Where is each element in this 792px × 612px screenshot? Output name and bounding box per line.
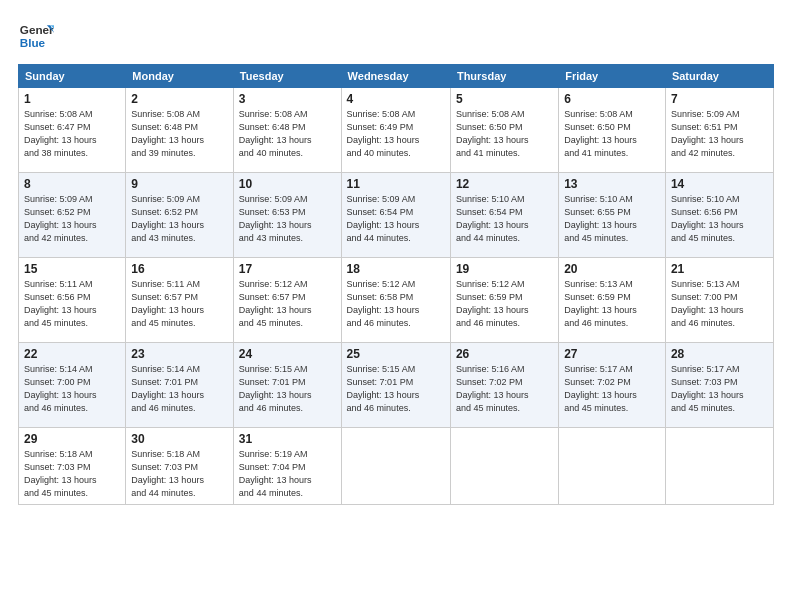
day-number: 6 [564,92,660,106]
day-number: 26 [456,347,553,361]
table-cell: 19Sunrise: 5:12 AM Sunset: 6:59 PM Dayli… [450,258,558,343]
day-number: 4 [347,92,445,106]
table-cell: 12Sunrise: 5:10 AM Sunset: 6:54 PM Dayli… [450,173,558,258]
day-number: 18 [347,262,445,276]
day-number: 10 [239,177,336,191]
day-number: 17 [239,262,336,276]
table-cell: 21Sunrise: 5:13 AM Sunset: 7:00 PM Dayli… [665,258,773,343]
day-info: Sunrise: 5:09 AM Sunset: 6:52 PM Dayligh… [24,193,120,245]
day-number: 29 [24,432,120,446]
col-wednesday: Wednesday [341,65,450,88]
day-number: 13 [564,177,660,191]
day-info: Sunrise: 5:08 AM Sunset: 6:47 PM Dayligh… [24,108,120,160]
day-info: Sunrise: 5:16 AM Sunset: 7:02 PM Dayligh… [456,363,553,415]
table-cell: 7Sunrise: 5:09 AM Sunset: 6:51 PM Daylig… [665,88,773,173]
day-info: Sunrise: 5:09 AM Sunset: 6:53 PM Dayligh… [239,193,336,245]
day-info: Sunrise: 5:11 AM Sunset: 6:56 PM Dayligh… [24,278,120,330]
day-number: 30 [131,432,228,446]
day-info: Sunrise: 5:10 AM Sunset: 6:54 PM Dayligh… [456,193,553,245]
day-number: 23 [131,347,228,361]
day-info: Sunrise: 5:08 AM Sunset: 6:48 PM Dayligh… [239,108,336,160]
day-info: Sunrise: 5:13 AM Sunset: 7:00 PM Dayligh… [671,278,768,330]
table-cell: 6Sunrise: 5:08 AM Sunset: 6:50 PM Daylig… [559,88,666,173]
day-info: Sunrise: 5:11 AM Sunset: 6:57 PM Dayligh… [131,278,228,330]
logo-icon: General Blue [18,18,54,54]
table-cell: 31Sunrise: 5:19 AM Sunset: 7:04 PM Dayli… [233,428,341,505]
table-cell: 16Sunrise: 5:11 AM Sunset: 6:57 PM Dayli… [126,258,234,343]
col-sunday: Sunday [19,65,126,88]
calendar-table: Sunday Monday Tuesday Wednesday Thursday… [18,64,774,505]
day-number: 25 [347,347,445,361]
col-saturday: Saturday [665,65,773,88]
day-number: 11 [347,177,445,191]
day-info: Sunrise: 5:08 AM Sunset: 6:49 PM Dayligh… [347,108,445,160]
table-cell: 30Sunrise: 5:18 AM Sunset: 7:03 PM Dayli… [126,428,234,505]
table-cell: 23Sunrise: 5:14 AM Sunset: 7:01 PM Dayli… [126,343,234,428]
col-friday: Friday [559,65,666,88]
table-cell [341,428,450,505]
day-info: Sunrise: 5:18 AM Sunset: 7:03 PM Dayligh… [24,448,120,500]
day-number: 19 [456,262,553,276]
day-number: 28 [671,347,768,361]
day-number: 12 [456,177,553,191]
day-info: Sunrise: 5:17 AM Sunset: 7:03 PM Dayligh… [671,363,768,415]
table-cell: 20Sunrise: 5:13 AM Sunset: 6:59 PM Dayli… [559,258,666,343]
table-cell: 27Sunrise: 5:17 AM Sunset: 7:02 PM Dayli… [559,343,666,428]
day-info: Sunrise: 5:19 AM Sunset: 7:04 PM Dayligh… [239,448,336,500]
day-number: 22 [24,347,120,361]
table-cell: 25Sunrise: 5:15 AM Sunset: 7:01 PM Dayli… [341,343,450,428]
table-cell: 3Sunrise: 5:08 AM Sunset: 6:48 PM Daylig… [233,88,341,173]
day-info: Sunrise: 5:10 AM Sunset: 6:56 PM Dayligh… [671,193,768,245]
table-cell: 29Sunrise: 5:18 AM Sunset: 7:03 PM Dayli… [19,428,126,505]
day-number: 1 [24,92,120,106]
table-cell: 8Sunrise: 5:09 AM Sunset: 6:52 PM Daylig… [19,173,126,258]
calendar-header-row: Sunday Monday Tuesday Wednesday Thursday… [19,65,774,88]
day-info: Sunrise: 5:12 AM Sunset: 6:57 PM Dayligh… [239,278,336,330]
table-cell: 4Sunrise: 5:08 AM Sunset: 6:49 PM Daylig… [341,88,450,173]
table-cell: 14Sunrise: 5:10 AM Sunset: 6:56 PM Dayli… [665,173,773,258]
svg-text:General: General [20,23,54,36]
day-number: 8 [24,177,120,191]
day-number: 20 [564,262,660,276]
day-number: 5 [456,92,553,106]
table-cell: 5Sunrise: 5:08 AM Sunset: 6:50 PM Daylig… [450,88,558,173]
day-info: Sunrise: 5:14 AM Sunset: 7:01 PM Dayligh… [131,363,228,415]
day-number: 27 [564,347,660,361]
day-info: Sunrise: 5:08 AM Sunset: 6:50 PM Dayligh… [564,108,660,160]
day-info: Sunrise: 5:09 AM Sunset: 6:54 PM Dayligh… [347,193,445,245]
table-cell: 18Sunrise: 5:12 AM Sunset: 6:58 PM Dayli… [341,258,450,343]
table-cell [559,428,666,505]
table-cell: 9Sunrise: 5:09 AM Sunset: 6:52 PM Daylig… [126,173,234,258]
table-cell [665,428,773,505]
day-number: 15 [24,262,120,276]
table-cell: 15Sunrise: 5:11 AM Sunset: 6:56 PM Dayli… [19,258,126,343]
table-cell: 1Sunrise: 5:08 AM Sunset: 6:47 PM Daylig… [19,88,126,173]
day-number: 31 [239,432,336,446]
table-cell: 28Sunrise: 5:17 AM Sunset: 7:03 PM Dayli… [665,343,773,428]
day-number: 3 [239,92,336,106]
day-info: Sunrise: 5:15 AM Sunset: 7:01 PM Dayligh… [239,363,336,415]
day-number: 9 [131,177,228,191]
day-info: Sunrise: 5:12 AM Sunset: 6:58 PM Dayligh… [347,278,445,330]
day-info: Sunrise: 5:13 AM Sunset: 6:59 PM Dayligh… [564,278,660,330]
table-cell: 11Sunrise: 5:09 AM Sunset: 6:54 PM Dayli… [341,173,450,258]
day-info: Sunrise: 5:12 AM Sunset: 6:59 PM Dayligh… [456,278,553,330]
header: General Blue [18,18,774,54]
table-cell: 22Sunrise: 5:14 AM Sunset: 7:00 PM Dayli… [19,343,126,428]
table-cell: 26Sunrise: 5:16 AM Sunset: 7:02 PM Dayli… [450,343,558,428]
logo: General Blue [18,18,54,54]
day-number: 2 [131,92,228,106]
day-info: Sunrise: 5:18 AM Sunset: 7:03 PM Dayligh… [131,448,228,500]
day-info: Sunrise: 5:08 AM Sunset: 6:50 PM Dayligh… [456,108,553,160]
table-cell: 10Sunrise: 5:09 AM Sunset: 6:53 PM Dayli… [233,173,341,258]
table-cell: 24Sunrise: 5:15 AM Sunset: 7:01 PM Dayli… [233,343,341,428]
svg-text:Blue: Blue [20,36,46,49]
col-thursday: Thursday [450,65,558,88]
table-cell: 17Sunrise: 5:12 AM Sunset: 6:57 PM Dayli… [233,258,341,343]
col-monday: Monday [126,65,234,88]
table-cell: 13Sunrise: 5:10 AM Sunset: 6:55 PM Dayli… [559,173,666,258]
col-tuesday: Tuesday [233,65,341,88]
day-number: 14 [671,177,768,191]
day-number: 24 [239,347,336,361]
table-cell: 2Sunrise: 5:08 AM Sunset: 6:48 PM Daylig… [126,88,234,173]
